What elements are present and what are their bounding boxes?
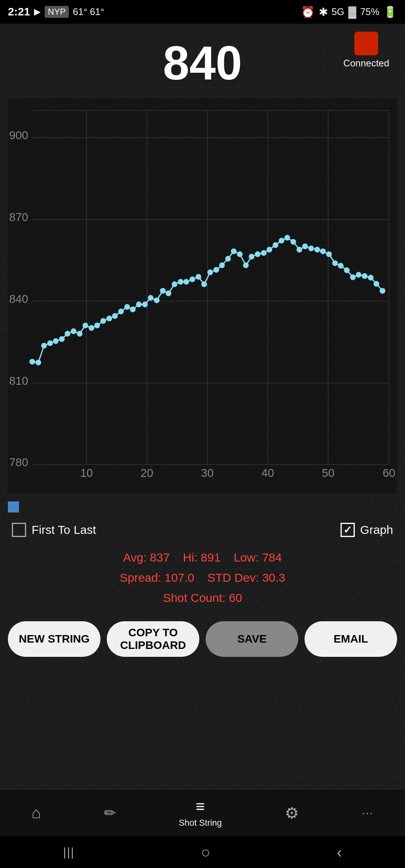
svg-point-83 — [380, 288, 385, 294]
avg-hi-low: Avg: 837 Hi: 891 Low: 784 — [8, 547, 397, 567]
svg-point-46 — [160, 288, 165, 294]
svg-point-70 — [302, 244, 308, 250]
status-bar: 2:21 ▶ NYP 61° 61° ⏰ ✱ 5G ▓ 75% 🔋 — [0, 0, 405, 24]
svg-point-61 — [249, 254, 254, 260]
spread-stddev: Spread: 107.0 STD Dev: 30.3 — [8, 567, 397, 588]
svg-point-49 — [178, 279, 183, 285]
stats-area: Avg: 837 Hi: 891 Low: 784 Spread: 107.0 … — [0, 543, 405, 612]
status-left: 2:21 ▶ NYP 61° 61° — [8, 6, 104, 18]
svg-point-81 — [368, 275, 373, 281]
svg-text:30: 30 — [201, 467, 214, 479]
graph-checkbox[interactable] — [341, 523, 355, 537]
shots-icon: ✏ — [104, 805, 116, 821]
svg-text:50: 50 — [322, 467, 335, 479]
graph-option[interactable]: Graph — [341, 523, 393, 537]
svg-point-75 — [332, 260, 338, 266]
svg-text:840: 840 — [9, 292, 28, 305]
svg-point-36 — [100, 318, 106, 324]
svg-point-53 — [201, 282, 207, 287]
svg-rect-0 — [8, 98, 397, 494]
android-home-button[interactable]: ○ — [201, 843, 210, 861]
svg-point-44 — [148, 295, 153, 301]
svg-text:780: 780 — [9, 456, 28, 469]
main-value-area: 840 Connected — [0, 24, 405, 94]
temp-badge: NYP — [45, 6, 69, 18]
signal-bars-icon: ▓ — [348, 6, 356, 18]
svg-point-78 — [350, 274, 356, 280]
svg-text:810: 810 — [9, 374, 28, 387]
svg-point-62 — [255, 252, 260, 257]
svg-point-47 — [166, 290, 171, 296]
svg-point-40 — [124, 304, 130, 310]
android-back-button[interactable]: ‹ — [337, 843, 342, 861]
svg-point-69 — [297, 247, 302, 253]
email-button[interactable]: EMAIL — [305, 621, 397, 657]
status-right: ⏰ ✱ 5G ▓ 75% 🔋 — [301, 6, 397, 19]
svg-point-74 — [326, 252, 332, 257]
svg-point-79 — [356, 272, 361, 278]
first-to-last-checkbox[interactable] — [12, 523, 26, 537]
low-label: Low: 784 — [234, 551, 282, 564]
nav-home[interactable]: ⌂ — [32, 804, 41, 822]
svg-point-51 — [189, 276, 195, 282]
battery-icon: 🔋 — [383, 6, 397, 19]
shot-count: Shot Count: 60 — [8, 588, 397, 608]
svg-point-43 — [142, 302, 148, 308]
svg-point-56 — [219, 263, 225, 269]
svg-text:60: 60 — [383, 467, 396, 479]
svg-point-38 — [112, 313, 117, 319]
connected-badge: Connected — [343, 32, 389, 69]
svg-point-57 — [225, 256, 231, 262]
copy-to-clipboard-button[interactable]: COPY TO CLIPBOARD — [107, 621, 199, 657]
svg-point-73 — [320, 248, 326, 254]
new-string-button[interactable]: NEW STRING — [8, 621, 100, 657]
chart-svg: 900 870 840 810 780 10 20 30 40 50 60 — [8, 98, 397, 494]
svg-point-71 — [308, 246, 314, 252]
more-icon: ··· — [362, 807, 373, 819]
options-row: First To Last Graph — [0, 516, 405, 543]
temperature: 61° 61° — [73, 6, 104, 17]
buttons-row: NEW STRING COPY TO CLIPBOARD SAVE EMAIL — [0, 612, 405, 666]
svg-point-31 — [71, 328, 76, 334]
graph-label: Graph — [360, 523, 393, 537]
svg-point-60 — [243, 263, 249, 269]
connected-label: Connected — [343, 58, 389, 69]
svg-point-28 — [53, 338, 59, 344]
svg-point-42 — [136, 302, 142, 308]
play-icon: ▶ — [34, 7, 41, 17]
stddev-label: STD Dev: 30.3 — [208, 571, 286, 584]
main-value: 840 — [163, 36, 242, 90]
battery: 75% — [360, 6, 379, 17]
svg-point-25 — [36, 359, 41, 365]
save-button[interactable]: SAVE — [206, 621, 298, 657]
android-nav-bar: ||| ○ ‹ — [0, 836, 405, 868]
nav-settings[interactable]: ⚙ — [285, 804, 299, 822]
svg-point-24 — [29, 359, 35, 365]
shot-string-nav-label: Shot String — [179, 818, 222, 828]
bottom-nav: ⌂ ✏ ≡ Shot String ⚙ ··· — [0, 789, 405, 836]
svg-point-45 — [154, 297, 159, 303]
svg-point-29 — [59, 336, 64, 342]
svg-text:900: 900 — [9, 129, 28, 142]
svg-point-72 — [314, 247, 320, 253]
legend-box — [8, 501, 19, 512]
spread-label: Spread: 107.0 — [120, 571, 194, 584]
svg-text:10: 10 — [80, 467, 93, 479]
nav-shots[interactable]: ✏ — [104, 805, 116, 821]
first-to-last-option[interactable]: First To Last — [12, 523, 96, 537]
legend-area — [0, 497, 405, 516]
android-recents-button[interactable]: ||| — [63, 845, 75, 859]
svg-point-34 — [89, 325, 94, 331]
svg-point-66 — [279, 238, 284, 244]
svg-point-35 — [94, 323, 100, 329]
nav-shot-string[interactable]: ≡ Shot String — [179, 798, 222, 828]
svg-text:40: 40 — [261, 467, 274, 479]
svg-point-26 — [41, 343, 47, 349]
svg-text:20: 20 — [141, 467, 153, 479]
avg-label: Avg: 837 — [123, 551, 170, 564]
svg-point-41 — [130, 306, 136, 312]
svg-point-54 — [207, 269, 213, 275]
svg-point-64 — [267, 247, 272, 253]
svg-point-30 — [65, 331, 70, 337]
nav-more[interactable]: ··· — [362, 807, 373, 819]
